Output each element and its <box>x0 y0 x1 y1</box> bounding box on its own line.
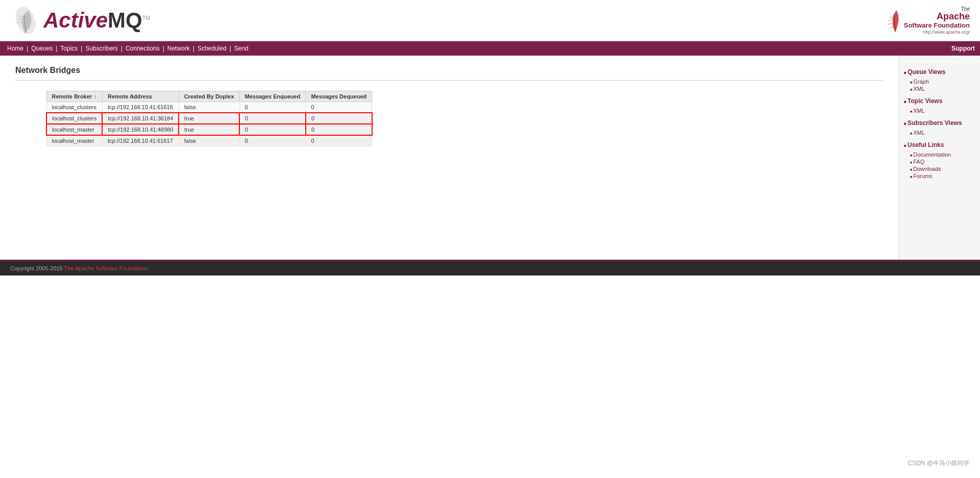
nav-connections[interactable]: Connections <box>124 42 162 55</box>
col-messages-dequeued: Messages Dequeued <box>306 91 372 102</box>
nav-subscribers[interactable]: Subscribers <box>83 42 119 55</box>
sidebar-subscribers-views-title: Subscribers Views <box>904 119 975 127</box>
page-title: Network Bridges <box>15 66 883 81</box>
nav-home[interactable]: Home <box>5 42 26 55</box>
table-cell-1-2: true <box>179 113 239 124</box>
nav-topics[interactable]: Topics <box>58 42 80 55</box>
nav-queues[interactable]: Queues <box>29 42 55 55</box>
table-header-row: Remote Broker ↑ Remote Address Created B… <box>46 91 372 102</box>
sidebar-queue-graph[interactable]: Graph <box>904 78 975 85</box>
bridges-table: Remote Broker ↑ Remote Address Created B… <box>46 91 373 146</box>
table-cell-3-3: 0 <box>239 135 306 146</box>
table-cell-0-1: tcp://192.168.10.41:61616 <box>102 102 179 113</box>
logo-tm: TM <box>142 15 151 21</box>
sidebar-faq[interactable]: FAQ <box>904 158 975 165</box>
nav-network[interactable]: Network <box>165 42 192 55</box>
apache-name-label: Apache <box>904 12 970 22</box>
table-cell-2-4: 0 <box>306 124 372 135</box>
table-cell-3-0: localhost_master <box>46 135 102 146</box>
nav-sep-2: | <box>56 45 57 52</box>
table-cell-0-0: localhost_clusters <box>46 102 102 113</box>
table-cell-1-4: 0 <box>306 113 372 124</box>
nav-scheduled[interactable]: Scheduled <box>195 42 229 55</box>
sidebar-subscribers-xml[interactable]: XML <box>904 129 975 136</box>
apache-logo: The Apache Software Foundation http://ww… <box>886 6 970 34</box>
sidebar-topic-views-title: Topic Views <box>904 97 975 105</box>
table-row: localhost_mastertcp://192.168.10.41:6161… <box>46 135 372 146</box>
nav-sep-1: | <box>27 45 28 52</box>
sidebar: Queue Views Graph XML Topic Views XML Su… <box>898 56 980 260</box>
table-cell-2-0: localhost_master <box>46 124 102 135</box>
sidebar-forums[interactable]: Forums <box>904 172 975 180</box>
navbar: Home | Queues | Topics | Subscribers | C… <box>0 41 980 56</box>
sidebar-queue-views-title: Queue Views <box>904 68 975 76</box>
apache-foundation-label: Software Foundation <box>904 22 970 29</box>
nav-sep-4: | <box>121 45 122 52</box>
apache-feather-icon <box>886 8 904 33</box>
table-cell-1-0: localhost_clusters <box>46 113 102 124</box>
table-cell-1-3: 0 <box>239 113 306 124</box>
table-cell-3-1: tcp://192.168.10.41:61617 <box>102 135 179 146</box>
col-remote-broker: Remote Broker ↑ <box>46 91 102 102</box>
table-cell-2-3: 0 <box>239 124 306 135</box>
footer-copyright: Copyright 2005-2015 The Apache Software … <box>10 265 149 271</box>
table-cell-3-4: 0 <box>306 135 372 146</box>
table-cell-0-3: 0 <box>239 102 306 113</box>
logo-active: Active <box>43 8 108 32</box>
logo-feather-icon <box>10 5 41 36</box>
sidebar-useful-links-title: Useful Links <box>904 141 975 148</box>
sidebar-topic-xml[interactable]: XML <box>904 107 975 114</box>
logo-area: ActiveMQTM <box>10 5 151 36</box>
col-remote-address: Remote Address <box>102 91 179 102</box>
nav-support: Support <box>951 45 975 52</box>
footer-apache-link[interactable]: The Apache Software Foundation <box>64 265 148 271</box>
col-created-by-duplex: Created By Duplex <box>179 91 239 102</box>
logo-brand: ActiveMQTM <box>43 8 151 33</box>
table-cell-2-1: tcp://192.168.10.41:48980 <box>102 124 179 135</box>
apache-url-label: http://www.apache.org/ <box>904 30 970 35</box>
col-messages-enqueued: Messages Enqueued <box>239 91 306 102</box>
sidebar-documentation[interactable]: Documentation <box>904 151 975 158</box>
nav-sep-3: | <box>81 45 82 52</box>
logo-mq: MQ <box>108 8 142 32</box>
nav-sep-5: | <box>163 45 164 52</box>
nav-links: Home | Queues | Topics | Subscribers | C… <box>5 42 251 55</box>
table-cell-0-2: false <box>179 102 239 113</box>
table-body: localhost_clusterstcp://192.168.10.41:61… <box>46 102 372 146</box>
table-cell-3-2: false <box>179 135 239 146</box>
main-layout: Network Bridges Remote Broker ↑ Remote A… <box>0 56 980 260</box>
table-cell-1-1: tcp://192.168.10.41:36184 <box>102 113 179 124</box>
sidebar-downloads[interactable]: Downloads <box>904 165 975 172</box>
nav-sep-6: | <box>193 45 194 52</box>
table-row: localhost_mastertcp://192.168.10.41:4898… <box>46 124 372 135</box>
table-row: localhost_clusterstcp://192.168.10.41:61… <box>46 102 372 113</box>
footer: Copyright 2005-2015 The Apache Software … <box>0 260 980 275</box>
sidebar-queue-xml[interactable]: XML <box>904 85 975 92</box>
table-cell-0-4: 0 <box>306 102 372 113</box>
table-row: localhost_clusterstcp://192.168.10.41:36… <box>46 113 372 124</box>
header: ActiveMQTM The Apache Software Foundatio… <box>0 0 980 41</box>
content-area: Network Bridges Remote Broker ↑ Remote A… <box>0 56 898 260</box>
table-cell-2-2: true <box>179 124 239 135</box>
nav-send[interactable]: Send <box>232 42 251 55</box>
nav-sep-7: | <box>230 45 231 52</box>
